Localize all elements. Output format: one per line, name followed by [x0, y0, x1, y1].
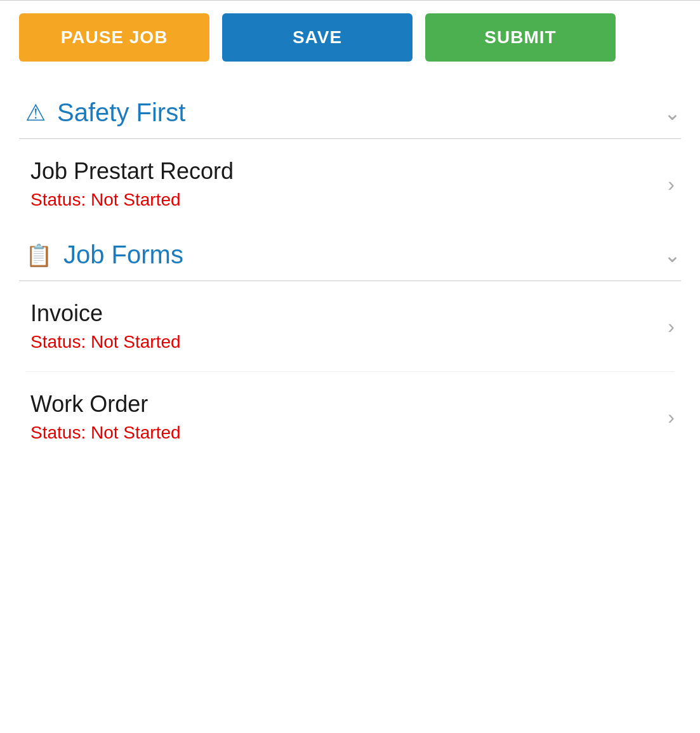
safety-first-header-left: Safety First [25, 98, 185, 127]
pause-job-button[interactable]: PAUSE JOB [19, 13, 209, 62]
invoice-status: Status: Not Started [30, 332, 181, 352]
job-prestart-record-content: Job Prestart Record Status: Not Started [30, 158, 234, 210]
work-order-status: Status: Not Started [30, 423, 181, 443]
work-order-item[interactable]: Work Order Status: Not Started › [19, 372, 681, 462]
work-order-title: Work Order [30, 391, 181, 418]
job-forms-chevron-down-icon: ⌄ [664, 243, 681, 267]
job-forms-title: Job Forms [63, 241, 183, 269]
work-order-chevron-right-icon: › [668, 406, 675, 429]
save-button[interactable]: SAVE [222, 13, 413, 62]
job-prestart-record-chevron-right-icon: › [668, 173, 675, 196]
safety-first-chevron-down-icon: ⌄ [664, 101, 681, 125]
job-forms-header-left: Job Forms [25, 241, 183, 269]
invoice-title: Invoice [30, 300, 181, 327]
safety-first-title: Safety First [57, 98, 185, 127]
safety-first-section-header[interactable]: Safety First ⌄ [19, 87, 681, 138]
job-forms-section-header[interactable]: Job Forms ⌄ [19, 229, 681, 281]
invoice-content: Invoice Status: Not Started [30, 300, 181, 352]
invoice-item[interactable]: Invoice Status: Not Started › [19, 281, 681, 371]
toolbar: PAUSE JOB SAVE SUBMIT [0, 1, 700, 74]
work-order-content: Work Order Status: Not Started [30, 391, 181, 443]
warning-icon [25, 99, 46, 126]
clipboard-icon [25, 241, 52, 268]
content-area: Safety First ⌄ Job Prestart Record Statu… [0, 74, 700, 462]
submit-button[interactable]: SUBMIT [425, 13, 616, 62]
job-prestart-record-status: Status: Not Started [30, 190, 234, 210]
invoice-chevron-right-icon: › [668, 315, 675, 338]
job-prestart-record-item[interactable]: Job Prestart Record Status: Not Started … [19, 139, 681, 229]
job-prestart-record-title: Job Prestart Record [30, 158, 234, 185]
